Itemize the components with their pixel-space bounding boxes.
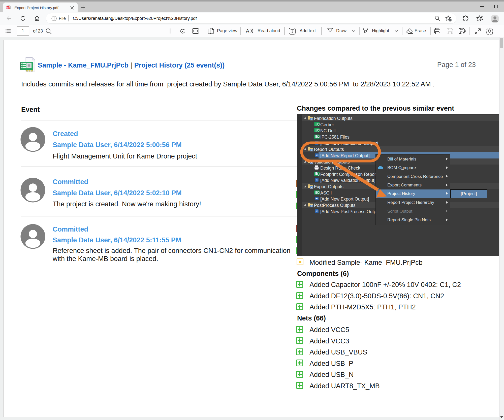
svg-text:PDF: PDF	[6, 7, 10, 9]
svg-text:A: A	[246, 28, 249, 34]
